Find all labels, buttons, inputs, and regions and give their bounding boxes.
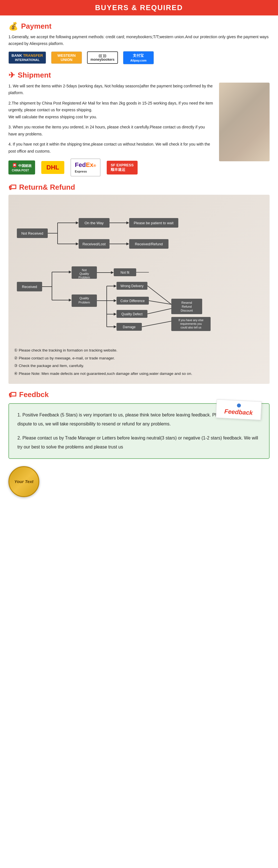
svg-text:could also tell us: could also tell us xyxy=(180,326,201,329)
svg-marker-46 xyxy=(114,299,116,302)
svg-text:Wrong Delivery: Wrong Delivery xyxy=(120,284,143,288)
chinapost-logo: 📮 中国邮政CHINA POST xyxy=(8,160,35,175)
shipment-content: 1. We will sent the items within 2-5days… xyxy=(8,83,213,177)
ship-para-4: 4. If you have not got it within the shi… xyxy=(8,141,213,155)
svg-text:Quality: Quality xyxy=(79,272,89,275)
svg-text:Resend: Resend xyxy=(181,301,192,304)
svg-text:Received/Lost: Received/Lost xyxy=(82,242,106,246)
svg-line-62 xyxy=(149,301,171,304)
ship-para-3: 3. When you receive the items you ordere… xyxy=(8,124,213,137)
svg-text:Not: Not xyxy=(82,268,86,272)
svg-marker-29 xyxy=(69,299,72,302)
svg-text:Not fit: Not fit xyxy=(120,271,130,275)
western-union-logo: WESTERNUNION xyxy=(51,52,82,64)
svg-text:Refund: Refund xyxy=(182,305,192,308)
ship-logos: 📮 中国邮政CHINA POST DHL FedEx®Express SF EX… xyxy=(8,158,213,177)
refund-note-3: ③ Check the package and Item, carefully. xyxy=(14,363,264,369)
svg-text:Please be patient to wait: Please be patient to wait xyxy=(134,221,174,225)
svg-marker-18 xyxy=(126,243,129,245)
badge-area: Your Text xyxy=(8,463,270,497)
gold-badge: Your Text xyxy=(8,466,39,497)
svg-text:If you have any else: If you have any else xyxy=(179,319,204,322)
bank-transfer-logo: BANK TRANSFERINTERNATIONAL xyxy=(8,52,46,64)
moneybookers-logo: ((( )))moneybookers xyxy=(87,52,118,64)
svg-marker-8 xyxy=(76,243,79,245)
shipment-title: Shipment xyxy=(18,71,51,80)
refund-note-2: ② Please contact us by meesage, e-mail, … xyxy=(14,355,264,362)
flowchart-svg: Not Received On the Way xyxy=(14,200,264,341)
refund-notes: ① Please check the tracking in formation… xyxy=(14,347,264,377)
header-title: BUYERS & REQUIRED xyxy=(95,3,183,12)
payment-logos: BANK TRANSFERINTERNATIONAL WESTERNUNION … xyxy=(8,51,270,64)
dhl-logo: DHL xyxy=(41,161,64,174)
svg-text:Quality: Quality xyxy=(79,297,89,300)
svg-text:On the Way: On the Way xyxy=(84,221,104,225)
shipment-image xyxy=(219,83,270,161)
pin xyxy=(237,403,241,407)
feedback-section: 🏷 Feedbck Feedback 1. Positive Feedback … xyxy=(8,390,270,497)
svg-line-63 xyxy=(147,309,171,314)
svg-line-61 xyxy=(147,286,171,304)
svg-marker-26 xyxy=(69,271,72,273)
badge-text: Your Text xyxy=(14,479,33,484)
payment-title: Payment xyxy=(21,22,51,31)
svg-text:requirements you: requirements you xyxy=(180,322,202,326)
feedback-sticky-label: Feedback xyxy=(219,407,258,417)
shipment-section: ✈ Shipment 1. We will sent the items wit… xyxy=(8,70,270,177)
ship-para-2: 2.The shipment by China Post Registered … xyxy=(8,100,213,121)
payment-description: 1.Generally, we accept the following pay… xyxy=(8,34,270,47)
main-header: BUYERS & REQUIRED xyxy=(0,0,278,16)
refund-note-1: ① Please check the tracking in formation… xyxy=(14,347,264,354)
shipment-icon: ✈ xyxy=(8,70,15,80)
svg-marker-5 xyxy=(76,221,79,224)
svg-marker-12 xyxy=(126,221,129,224)
svg-line-64 xyxy=(142,321,171,327)
flowchart-wrapper: Not Received On the Way xyxy=(14,200,264,342)
svg-marker-49 xyxy=(114,313,116,315)
feedback-title: Feedbck xyxy=(19,390,49,399)
svg-text:Damage: Damage xyxy=(123,325,136,329)
svg-text:Problem: Problem xyxy=(79,301,90,304)
svg-text:Color Difference: Color Difference xyxy=(120,299,145,303)
ship-para-1: 1. We will sent the items within 2-5days… xyxy=(8,83,213,96)
refund-section: 🏷 Return& Refund Not Received xyxy=(8,183,270,384)
fedex-logo: FedEx®Express xyxy=(70,158,101,177)
refund-note-4: ④ Please Note: Men made defects are not … xyxy=(14,370,264,377)
svg-marker-52 xyxy=(114,326,116,328)
feedback-icon: 🏷 xyxy=(8,390,16,399)
svg-text:Received: Received xyxy=(22,285,37,289)
sf-logo: SF EXPRESS顺丰速运 xyxy=(107,161,138,175)
payment-icon: 💰 xyxy=(8,22,18,31)
alipay-logo: 支付宝Alipay.com xyxy=(123,51,154,64)
svg-marker-35 xyxy=(111,271,114,274)
feedback-sticky-note: Feedback xyxy=(216,399,262,420)
payment-section: 💰 Payment 1.Generally, we accept the fol… xyxy=(8,22,270,64)
svg-text:Received/Refund: Received/Refund xyxy=(135,242,163,246)
feedback-content-area: Feedback 1. Positive Feedback (5 Stars) … xyxy=(8,403,270,497)
svg-marker-44 xyxy=(114,285,116,287)
refund-icon: 🏷 xyxy=(8,183,16,192)
svg-text:Not Received: Not Received xyxy=(21,231,43,236)
svg-text:Problem: Problem xyxy=(79,276,90,279)
svg-text:Discount: Discount xyxy=(181,309,193,312)
refund-title: Return& Refund xyxy=(19,183,75,192)
feedback-para-2: 2. Please contact us by Trade Manager or… xyxy=(18,434,260,452)
svg-text:Quality Defect: Quality Defect xyxy=(121,312,143,316)
refund-flowchart-area: Not Received On the Way xyxy=(8,195,270,384)
